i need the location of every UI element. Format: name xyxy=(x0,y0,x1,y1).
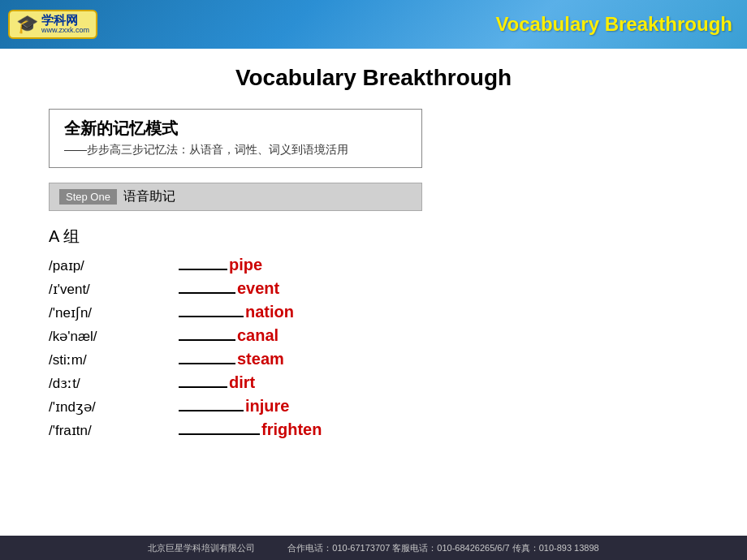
word-blank xyxy=(179,363,235,364)
word-blank xyxy=(179,433,260,435)
vocab-item: /dɜːt/dirt xyxy=(49,373,698,392)
vocab-item: /'neɪʃn/nation xyxy=(49,303,698,321)
word-answer: nation xyxy=(245,303,294,321)
info-title: 全新的记忆模式 xyxy=(64,118,407,140)
word-blank xyxy=(179,339,235,341)
word-answer: pipe xyxy=(229,256,262,274)
logo-box: 🎓 学科网 www.zxxk.com xyxy=(8,10,97,39)
vocab-item: /ɪ'vent/event xyxy=(49,279,698,298)
logo-area: 🎓 学科网 www.zxxk.com xyxy=(8,10,97,39)
vocab-list: /paɪp/pipe/ɪ'vent/event/'neɪʃn/nation/kə… xyxy=(49,256,698,439)
header-title: Vocabulary Breakthrough xyxy=(495,13,732,36)
vocab-item: /'fraɪtn/frighten xyxy=(49,420,698,439)
logo-icon: 🎓 xyxy=(16,14,38,35)
main-content: Vocabulary Breakthrough 全新的记忆模式 ——步步高三步记… xyxy=(0,49,747,452)
header: 🎓 学科网 www.zxxk.com Vocabulary Breakthrou… xyxy=(0,0,747,49)
word-blank xyxy=(179,316,244,317)
footer-contacts: 合作电话：010-67173707 客服电话：010-68426265/6/7 … xyxy=(287,542,598,554)
vocab-item: /'ɪndʒə/injure xyxy=(49,397,698,416)
phonetic-text: /dɜːt/ xyxy=(49,375,179,392)
word-answer: event xyxy=(237,279,279,298)
phonetic-text: /kə'næl/ xyxy=(49,328,179,345)
word-answer: dirt xyxy=(229,373,255,392)
footer-company: 北京巨星学科培训有限公司 xyxy=(148,542,255,554)
word-blank xyxy=(179,410,244,411)
phonetic-text: /ɪ'vent/ xyxy=(49,281,179,298)
phonetic-text: /'ɪndʒə/ xyxy=(49,398,179,416)
word-answer: frighten xyxy=(261,420,322,439)
word-blank xyxy=(179,386,227,388)
word-blank xyxy=(179,292,235,294)
step-bar: Step One 语音助记 xyxy=(49,183,422,211)
vocab-item: /stiːm/steam xyxy=(49,350,698,368)
word-answer: canal xyxy=(237,326,279,345)
logo-en: www.zxxk.com xyxy=(41,27,89,35)
step-content: 语音助记 xyxy=(123,188,175,205)
vocab-item: /paɪp/pipe xyxy=(49,256,698,274)
phonetic-text: /paɪp/ xyxy=(49,257,179,274)
word-blank xyxy=(179,269,227,270)
phonetic-text: /'neɪʃn/ xyxy=(49,304,179,321)
vocab-item: /kə'næl/canal xyxy=(49,326,698,345)
word-answer: injure xyxy=(245,397,289,416)
group-label: A 组 xyxy=(49,226,698,248)
logo-text-area: 学科网 www.zxxk.com xyxy=(41,14,89,35)
page-title: Vocabulary Breakthrough xyxy=(49,65,698,91)
footer: 北京巨星学科培训有限公司 合作电话：010-67173707 客服电话：010-… xyxy=(0,536,747,560)
logo-cn: 学科网 xyxy=(41,14,89,28)
step-label: Step One xyxy=(59,189,117,205)
phonetic-text: /'fraɪtn/ xyxy=(49,422,179,439)
info-subtitle: ——步步高三步记忆法：从语音，词性、词义到语境活用 xyxy=(64,143,407,157)
info-box: 全新的记忆模式 ——步步高三步记忆法：从语音，词性、词义到语境活用 xyxy=(49,109,422,168)
phonetic-text: /stiːm/ xyxy=(49,351,179,368)
word-answer: steam xyxy=(237,350,284,368)
